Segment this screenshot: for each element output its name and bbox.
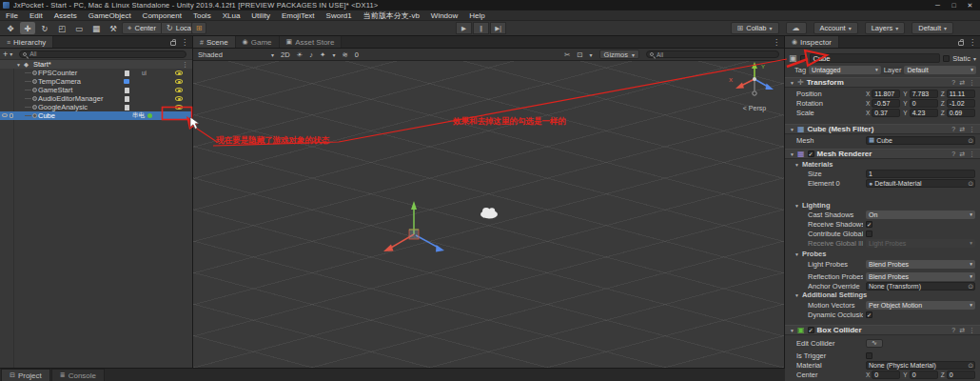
menu-help[interactable]: Help (463, 10, 490, 21)
panel-menu-icon[interactable]: ⋮ (773, 38, 780, 47)
panel-menu-icon[interactable]: ⋮ (181, 38, 188, 47)
additional-settings-foldout[interactable]: ▼ Additional Settings (785, 291, 980, 299)
receive-shadows-checkbox[interactable] (866, 221, 872, 228)
menu-edit[interactable]: Edit (24, 10, 49, 21)
hierarchy-item-cube[interactable]: Cube 串电 (0, 111, 192, 120)
position-x-field[interactable]: 11.807 (872, 90, 900, 98)
visibility-eye-icon[interactable] (175, 88, 183, 92)
scene-row[interactable]: ▼ ◆ Start* ⋮ (0, 60, 192, 69)
lock-icon[interactable] (958, 41, 964, 46)
hierarchy-item-audioeditormanager[interactable]: AudioEditorManager (0, 94, 192, 103)
component-enabled-checkbox[interactable] (808, 327, 814, 333)
menu-assets[interactable]: Assets (49, 10, 83, 21)
rotate-tool-icon[interactable]: ↻ (37, 22, 52, 34)
preset-icon[interactable]: ⇄ (959, 79, 965, 87)
menu-utility[interactable]: Utility (245, 10, 276, 21)
scale-y-field[interactable]: 4.23 (910, 109, 938, 117)
foldout-icon[interactable]: ▼ (790, 151, 794, 157)
cloud-button[interactable]: ☁ (786, 22, 807, 34)
lighting-foldout[interactable]: ▼ Lighting (785, 201, 980, 210)
layout-dropdown[interactable]: Default▾ (911, 22, 953, 34)
foldout-icon[interactable]: ▼ (790, 80, 794, 86)
rotation-x-field[interactable]: -0.57 (872, 99, 900, 108)
scene-search-input[interactable]: All (646, 50, 779, 58)
center-z-field[interactable]: 0 (947, 371, 975, 379)
center-y-field[interactable]: 0 (910, 371, 938, 379)
menu-gameobject[interactable]: GameObject (83, 10, 137, 21)
tag-dropdown[interactable]: Untagged▾ (809, 66, 881, 74)
component-menu-icon[interactable]: ⋮ (969, 79, 975, 87)
rect-tool-icon[interactable]: ▭ (71, 22, 87, 34)
tab-project[interactable]: ⊟Project (1, 369, 50, 381)
mesh-object-field[interactable]: ▦Cube⊙ (866, 136, 975, 145)
help-icon[interactable]: ? (951, 79, 955, 86)
help-icon[interactable]: ? (951, 150, 955, 157)
menu-branch[interactable]: 当前版本分支-vb (358, 10, 425, 21)
cast-shadows-dropdown[interactable]: On▾ (866, 211, 975, 219)
foldout-icon[interactable]: ▼ (790, 328, 794, 333)
perspective-label[interactable]: < Persp (724, 105, 785, 111)
gameobject-name-field[interactable]: Cube (810, 53, 941, 63)
scene-orientation-gizmo[interactable]: Y X (728, 61, 783, 103)
lock-icon[interactable] (170, 41, 176, 46)
menu-file[interactable]: File (0, 10, 24, 21)
help-icon[interactable]: ? (951, 327, 955, 333)
rotation-z-field[interactable]: -1.02 (947, 99, 975, 108)
object-picker-icon[interactable]: ⊙ (968, 180, 973, 188)
tab-scene[interactable]: #Scene (193, 36, 236, 48)
menu-tools[interactable]: Tools (187, 10, 217, 21)
reflection-probes-dropdown[interactable]: Blend Probes▾ (866, 272, 975, 281)
dynamic-occlusion-checkbox[interactable] (866, 311, 872, 318)
object-picker-icon[interactable]: ⊙ (968, 283, 973, 291)
element0-object-field[interactable]: ●Default-Material⊙ (866, 179, 975, 188)
menu-window[interactable]: Window (425, 10, 463, 21)
create-button[interactable]: + (3, 50, 8, 59)
move-gizmo[interactable] (374, 194, 479, 271)
physic-material-field[interactable]: None (Physic Material)⊙ (866, 361, 975, 370)
help-icon[interactable]: ? (951, 126, 955, 132)
hierarchy-item-tempcamera[interactable]: TempCamera (0, 77, 192, 86)
gizmos-dropdown[interactable]: Gizmos▾ (599, 50, 639, 59)
visibility-eye-icon[interactable] (175, 96, 183, 101)
component-menu-icon[interactable]: ⋮ (969, 150, 975, 158)
motion-vectors-dropdown[interactable]: Per Object Motion▾ (866, 301, 975, 310)
panel-menu-icon[interactable]: ⋮ (969, 38, 976, 47)
visibility-eye-icon[interactable] (175, 70, 183, 75)
hierarchy-search-input[interactable]: All (19, 50, 186, 58)
component-menu-icon[interactable]: ⋮ (969, 126, 975, 133)
preset-icon[interactable]: ⇄ (959, 150, 965, 158)
contribute-gi-checkbox[interactable] (866, 231, 872, 237)
shading-mode-dropdown[interactable]: Shaded▾ (198, 50, 274, 59)
move-tool-icon[interactable]: ✛ (20, 22, 35, 34)
static-checkbox[interactable] (943, 55, 950, 62)
menu-emojitext[interactable]: EmojiText (276, 10, 321, 21)
step-button[interactable]: ▶| (490, 22, 506, 34)
scene-menu-icon[interactable]: ⋮ (182, 61, 188, 69)
scene-viewport[interactable]: Y X < Persp (193, 61, 784, 368)
tab-asset-store[interactable]: ▣Asset Store (280, 36, 343, 48)
account-dropdown[interactable]: Account▾ (813, 22, 858, 34)
position-y-field[interactable]: 7.783 (910, 90, 938, 98)
preset-icon[interactable]: ⇄ (959, 327, 965, 334)
minimize-icon[interactable]: ─ (930, 0, 946, 10)
tab-hierarchy[interactable]: ≡Hierarchy (0, 36, 53, 48)
object-picker-icon[interactable]: ⊙ (968, 362, 973, 370)
box-collider-header[interactable]: ▼ ▣ Box Collider ?⇄⋮ (785, 325, 980, 335)
materials-foldout[interactable]: ▼ Materials (785, 160, 980, 169)
rotation-y-field[interactable]: 0 (910, 99, 938, 108)
scene-visibility-toggle-icon[interactable] (2, 113, 8, 117)
pause-button[interactable]: ∥ (473, 22, 489, 34)
light-probes-dropdown[interactable]: Blend Probes▾ (866, 260, 975, 269)
preset-icon[interactable]: ⇄ (959, 126, 965, 133)
lighting-toggle-icon[interactable]: ☀ (297, 50, 304, 59)
layers-dropdown[interactable]: Layers▾ (865, 22, 906, 34)
position-z-field[interactable]: 11.11 (947, 90, 975, 98)
scene-camera-icon[interactable]: ⊡ (577, 50, 582, 59)
effects-toggle-icon[interactable]: ✦ (320, 50, 325, 59)
hierarchy-item-fpscounter[interactable]: FPSCounter ui (0, 69, 192, 77)
scale-z-field[interactable]: 0.69 (947, 109, 975, 117)
scene-pickability-toggle-icon[interactable] (10, 113, 13, 118)
mesh-renderer-header[interactable]: ▼ ▦ Mesh Renderer ?⇄⋮ (785, 149, 980, 159)
scale-tool-icon[interactable]: ◰ (54, 22, 69, 34)
scale-x-field[interactable]: 0.37 (872, 109, 900, 117)
